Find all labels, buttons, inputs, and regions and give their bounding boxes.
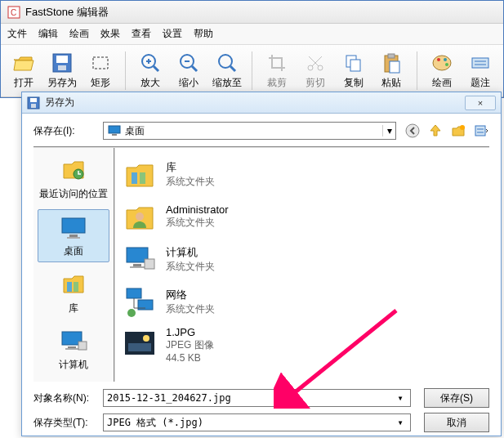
scissors-icon [304,51,327,74]
svg-rect-59 [133,264,141,266]
libraries-icon [57,270,90,300]
close-button[interactable]: × [465,96,496,110]
saveas-button[interactable]: 另存为 [46,50,79,92]
svg-rect-61 [145,259,154,269]
svg-point-25 [437,58,440,61]
svg-rect-68 [128,343,151,351]
nav-icons [404,123,489,139]
network-icon [122,284,158,320]
sidebar-item-computer[interactable]: 计算机 [38,324,109,375]
svg-rect-3 [56,56,68,63]
svg-rect-33 [31,104,36,108]
filetype-combo[interactable]: JPEG 格式 (*.jpg) ▾ [103,413,411,431]
svg-point-27 [445,63,448,66]
up-button[interactable] [427,123,444,139]
svg-rect-56 [140,172,145,184]
sidebar-item-desktop[interactable]: 桌面 [38,209,109,262]
paste-button[interactable]: 粘贴 [375,50,408,92]
svg-rect-38 [475,126,485,136]
annotate-button[interactable]: 题注 [463,50,497,92]
dropdown-arrow-icon[interactable]: ▾ [394,392,407,404]
svg-rect-42 [62,218,85,233]
rect-button[interactable]: 矩形 [83,50,117,92]
sidebar: 最近访问的位置 桌面 库 计算机 网络 [33,148,115,382]
rect-select-icon [89,51,112,74]
dropdown-arrow-icon[interactable]: ▾ [394,417,407,428]
zoomout-button[interactable]: 缩小 [172,50,206,92]
location-combo[interactable]: 桌面 ▾ [103,122,396,140]
menu-edit[interactable]: 编辑 [38,27,58,41]
save-in-label: 保存在(I): [33,124,103,138]
cut-button[interactable]: 剪切 [299,50,332,92]
svg-line-7 [154,66,158,71]
image-thumbnail-icon [122,327,158,363]
toolbar-separator [125,51,126,90]
svg-rect-49 [65,348,78,350]
menu-draw[interactable]: 绘画 [69,27,89,41]
app-logo-icon: C [7,6,20,19]
sidebar-item-recent[interactable]: 最近访问的位置 [38,153,109,204]
svg-rect-20 [350,60,360,71]
sidebar-item-libraries[interactable]: 库 [38,267,109,319]
zoom-in-icon [139,51,162,74]
view-menu-button[interactable] [473,123,489,139]
main-window: C FastStone 编辑器 文件 编辑 绘画 效果 查看 设置 帮助 打开 … [0,0,504,98]
toolbar-separator [252,51,252,90]
zoomto-button[interactable]: 缩放至 [210,50,243,92]
svg-rect-23 [390,61,399,73]
cancel-button[interactable]: 取消 [424,413,489,432]
filename-label: 对象名称(N): [33,391,103,405]
user-folder-icon [122,199,158,235]
svg-rect-32 [30,98,37,102]
dialog-body: 保存在(I): 桌面 ▾ 最近访问的位置 桌面 [22,114,501,438]
svg-rect-50 [78,342,87,350]
menu-settings[interactable]: 设置 [163,27,182,41]
folder-open-icon [12,51,35,74]
menu-file[interactable]: 文件 [7,27,27,41]
filetype-row: 保存类型(T): JPEG 格式 (*.jpg) ▾ 取消 [33,413,489,432]
svg-rect-45 [67,282,72,292]
save-in-row: 保存在(I): 桌面 ▾ [33,122,489,140]
palette-icon [430,51,453,74]
paste-icon [380,51,403,74]
menu-effects[interactable]: 效果 [100,27,120,41]
svg-rect-28 [472,58,488,68]
zoom-out-icon [177,51,200,74]
draw-button[interactable]: 绘画 [426,50,459,92]
menu-help[interactable]: 帮助 [194,27,213,41]
file-item-computer[interactable]: 计算机系统文件夹 [120,238,484,280]
zoom-to-icon [216,51,239,74]
crop-icon [265,51,288,74]
libraries-icon [122,156,158,192]
save-dialog: 另存为 × 保存在(I): 桌面 ▾ 最近访问的位置 [21,92,502,436]
menubar: 文件 编辑 绘画 效果 查看 设置 帮助 [1,24,503,45]
recent-places-icon [57,156,90,185]
svg-point-37 [460,125,465,130]
zoomin-button[interactable]: 放大 [134,50,167,92]
back-button[interactable] [404,123,421,139]
new-folder-button[interactable] [450,123,466,139]
main-area: 最近访问的位置 桌面 库 计算机 网络 [33,146,489,382]
filename-input[interactable]: 2015-12-31_204627.jpg ▾ [103,389,411,407]
svg-rect-43 [69,235,78,237]
svg-rect-46 [74,282,78,292]
file-item-user[interactable]: Administrator系统文件夹 [120,195,484,238]
svg-point-36 [406,124,419,137]
file-list[interactable]: 库系统文件夹 Administrator系统文件夹 计算机系统文件夹 网络系统文… [115,148,489,382]
svg-text:C: C [11,8,16,17]
filetype-value: JPEG 格式 (*.jpg) [107,416,394,430]
open-button[interactable]: 打开 [7,50,41,92]
sidebar-item-network[interactable]: 网络 [38,380,109,382]
copy-button[interactable]: 复制 [337,50,370,92]
file-item-image[interactable]: 1.JPGJPEG 图像44.5 KB [120,323,484,367]
file-item-libraries[interactable]: 库系统文件夹 [120,153,484,195]
dropdown-arrow-icon[interactable]: ▾ [382,125,395,136]
svg-rect-48 [68,346,76,348]
svg-point-57 [136,212,144,221]
save-button[interactable]: 保存(S) [424,388,489,408]
location-text: 桌面 [125,124,382,138]
crop-button[interactable]: 裁剪 [261,50,294,92]
file-item-network[interactable]: 网络系统文件夹 [120,280,484,323]
menu-view[interactable]: 查看 [132,27,151,41]
svg-rect-44 [67,237,80,239]
